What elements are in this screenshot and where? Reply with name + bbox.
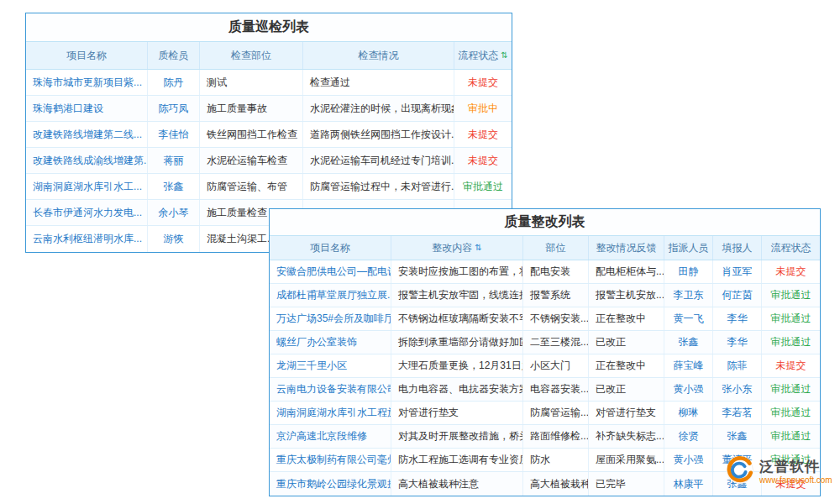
cell-feedback: 已改正 xyxy=(589,331,664,354)
cell-project[interactable]: 万达广场35#会所及咖啡厅空... xyxy=(270,307,391,330)
table-row[interactable]: 螺丝厂办公室装饰拆除到承重墙部分请做好加固...二至三楼混...已改正张鑫李华审… xyxy=(270,331,820,354)
brand-watermark: 泛普软件 www.fanpusoft.com xyxy=(726,456,832,488)
cell-part: 水泥砼运输车检查 xyxy=(200,148,303,173)
cell-part: 不锈钢安装... xyxy=(523,307,589,330)
column-header-part: 检查部位 xyxy=(200,42,303,69)
cell-part: 防腐管运输、布管 xyxy=(200,174,303,199)
cell-project[interactable]: 湖南洞庭湖水库引水工程施工... xyxy=(270,402,391,424)
cell-content: 防水工程施工选调有专业资质... xyxy=(391,449,523,471)
cell-content: 高大植被栽种注意 xyxy=(391,472,523,496)
column-header-assignee: 指派人员 xyxy=(664,236,713,260)
cell-content: 拆除到承重墙部分请做好加固... xyxy=(391,331,523,354)
sort-icon[interactable]: ⇅ xyxy=(501,51,507,60)
cell-inspector: 张鑫 xyxy=(148,174,200,199)
brand-name: 泛普软件 xyxy=(759,459,832,475)
cell-inspector: 游恢 xyxy=(148,226,200,252)
cell-filler: 肖亚军 xyxy=(713,260,762,283)
rectification-table-title: 质量整改列表 xyxy=(270,209,820,236)
table-row[interactable]: 湖南洞庭湖水库引水工程施工...对管进行垫支防腐管运输...对管进行垫支柳琳李若… xyxy=(270,402,820,425)
brand-url[interactable]: www.fanpusoft.com xyxy=(759,475,832,486)
inspection-table-title: 质量巡检列表 xyxy=(26,13,512,42)
cell-feedback: 正在整改中 xyxy=(589,307,664,330)
table-row[interactable]: 云南电力设备安装有限公司20...电力电容器、电抗器安装方案...电容器安装..… xyxy=(270,378,820,402)
cell-inspector: 余小琴 xyxy=(148,200,200,225)
cell-content: 对管进行垫支 xyxy=(391,402,523,424)
cell-content: 安装时应按施工图的布置，将... xyxy=(391,260,523,283)
table-row[interactable]: 珠海市城市更新项目紫...陈丹测试检查通过未提交 xyxy=(26,70,512,96)
cell-part: 小区大门 xyxy=(523,354,589,377)
cell-status: 未提交 xyxy=(762,354,820,377)
cell-feedback: 正在整改中 xyxy=(589,354,664,377)
cell-project[interactable]: 长春市伊通河水力发电... xyxy=(26,200,148,225)
cell-status: 未提交 xyxy=(454,122,512,147)
cell-filler: 李若茗 xyxy=(713,402,762,424)
column-header-situation: 检查情况 xyxy=(303,42,454,69)
cell-part: 报警系统 xyxy=(523,284,589,307)
cell-project[interactable]: 改建铁路线成渝线增建第... xyxy=(26,148,148,173)
cell-content: 报警主机安放牢固，线缆连接... xyxy=(391,284,523,307)
cell-content: 对其及时开展整改措施，桥头... xyxy=(391,425,523,448)
cell-status: 审批通过 xyxy=(454,174,512,199)
cell-inspector: 陈巧凤 xyxy=(148,96,200,121)
cell-project[interactable]: 云南电力设备安装有限公司20... xyxy=(270,378,391,401)
cell-status: 未提交 xyxy=(454,148,512,173)
table-row[interactable]: 成都杜甫草堂展厅独立展...报警主机安放牢固，线缆连接...报警系统报警主机安放… xyxy=(270,284,820,307)
cell-project[interactable]: 珠海市城市更新项目紫... xyxy=(26,70,148,95)
cell-part: 电容器安装... xyxy=(523,378,589,401)
column-header-part: 部位 xyxy=(523,236,589,260)
cell-project[interactable]: 改建铁路线增建第二线... xyxy=(26,122,148,147)
cell-filler: 李华 xyxy=(713,307,762,330)
cell-status: 审批通过 xyxy=(762,307,820,330)
inspection-table-header: 项目名称质检员检查部位检查情况流程状态⇅ xyxy=(26,42,512,70)
column-header-project: 项目名称 xyxy=(270,236,391,260)
sort-icon[interactable]: ⇅ xyxy=(475,244,481,252)
cell-status: 审批通过 xyxy=(762,284,820,307)
cell-filler: 陈菲 xyxy=(713,354,762,377)
table-row[interactable]: 珠海鹤港口建设陈巧凤施工质量事故水泥砼灌注的时候，出现离析现象审批中 xyxy=(26,96,512,122)
table-row[interactable]: 龙湖三千里小区大理石质量更换，12月31日之...小区大门正在整改中薛宝峰陈菲未… xyxy=(270,354,820,378)
cell-situation: 水泥砼灌注的时候，出现离析现象 xyxy=(303,96,454,121)
cell-project[interactable]: 安徽合肥供电公司—配电设备... xyxy=(270,260,391,283)
cell-project[interactable]: 成都杜甫草堂展厅独立展... xyxy=(270,284,391,307)
cell-part: 铁丝网围挡工作检查 xyxy=(200,122,303,147)
brand-text: 泛普软件 www.fanpusoft.com xyxy=(759,459,832,485)
cell-project[interactable]: 云南水利枢纽潜明水库... xyxy=(26,226,148,252)
cell-assignee: 李卫东 xyxy=(664,284,713,307)
cell-content: 不锈钢边框玻璃隔断安装不牢... xyxy=(391,307,523,330)
cell-assignee: 林康平 xyxy=(664,472,713,496)
column-header-status[interactable]: 流程状态⇅ xyxy=(454,42,512,69)
cell-content: 电力电容器、电抗器安装方案... xyxy=(391,378,523,401)
cell-project[interactable]: 珠海鹤港口建设 xyxy=(26,96,148,121)
cell-status: 审批通过 xyxy=(762,331,820,354)
cell-assignee: 张鑫 xyxy=(664,331,713,354)
cell-status: 未提交 xyxy=(762,260,820,283)
cell-inspector: 李佳怡 xyxy=(148,122,200,147)
table-row[interactable]: 湖南洞庭湖水库引水工...张鑫防腐管运输、布管防腐管运输过程中，未对管进行...… xyxy=(26,174,512,200)
cell-assignee: 黄一飞 xyxy=(664,307,713,330)
table-row[interactable]: 改建铁路线增建第二线...李佳怡铁丝网围挡工作检查道路两侧铁丝网围挡工作按设计.… xyxy=(26,122,512,148)
cell-filler: 李华 xyxy=(713,331,762,354)
cell-feedback: 配电柜柜体与... xyxy=(589,260,664,283)
cell-project[interactable]: 龙湖三千里小区 xyxy=(270,354,391,377)
cell-status: 审批通过 xyxy=(762,402,820,424)
cell-project[interactable]: 重庆市鹅岭公园绿化景观提升... xyxy=(270,472,391,496)
cell-assignee: 薛宝峰 xyxy=(664,354,713,377)
cell-status: 审批中 xyxy=(454,96,512,121)
cell-assignee: 黄小强 xyxy=(664,378,713,401)
column-header-filler: 填报人 xyxy=(713,236,762,260)
table-row[interactable]: 京沪高速北京段维修对其及时开展整改措施，桥头...路面维修检...补齐缺失标志.… xyxy=(270,425,820,449)
cell-assignee: 田静 xyxy=(664,260,713,283)
cell-filler: 张鑫 xyxy=(713,425,762,448)
column-header-content[interactable]: 整改内容⇅ xyxy=(391,236,523,260)
cell-project[interactable]: 湖南洞庭湖水库引水工... xyxy=(26,174,148,199)
cell-part: 防腐管运输... xyxy=(523,402,589,424)
cell-project[interactable]: 京沪高速北京段维修 xyxy=(270,425,391,448)
column-header-feedback: 整改情况反馈 xyxy=(589,236,664,260)
cell-feedback: 屋面采用聚氨... xyxy=(589,449,664,471)
cell-project[interactable]: 螺丝厂办公室装饰 xyxy=(270,331,391,354)
table-row[interactable]: 安徽合肥供电公司—配电设备...安装时应按施工图的布置，将...配电安装配电柜柜… xyxy=(270,260,820,284)
table-row[interactable]: 万达广场35#会所及咖啡厅空...不锈钢边框玻璃隔断安装不牢...不锈钢安装..… xyxy=(270,307,820,331)
cell-part: 配电安装 xyxy=(523,260,589,283)
table-row[interactable]: 改建铁路线成渝线增建第...蒋丽水泥砼运输车检查水泥砼运输车司机经过专门培训..… xyxy=(26,148,512,174)
cell-project[interactable]: 重庆太极制药有限公司毫州中... xyxy=(270,449,391,471)
